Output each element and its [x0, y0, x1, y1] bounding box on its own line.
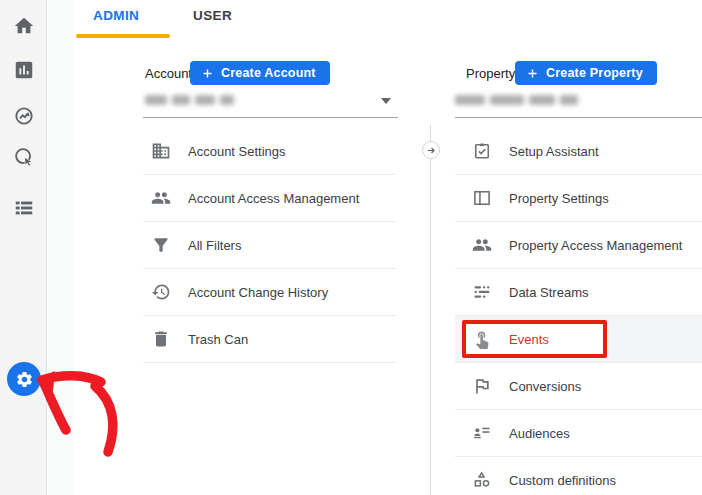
column-divider-line	[430, 125, 431, 495]
account-item-access-management[interactable]: Account Access Management	[143, 175, 396, 222]
account-name-blurred[interactable]	[145, 95, 234, 107]
item-label: Audiences	[509, 426, 570, 441]
account-heading: Account	[145, 66, 192, 81]
item-label: Account Change History	[188, 285, 328, 300]
people-icon	[151, 188, 171, 208]
item-label: Events	[509, 332, 549, 347]
tab-user[interactable]: USER	[193, 8, 232, 23]
property-item-audiences[interactable]: Audiences	[455, 410, 702, 457]
gear-icon	[15, 370, 34, 389]
touch-icon	[472, 329, 492, 349]
create-property-button[interactable]: Create Property	[515, 61, 657, 85]
property-selector-divider	[455, 117, 702, 118]
create-account-button[interactable]: Create Account	[190, 61, 330, 85]
home-icon[interactable]	[13, 15, 35, 37]
item-label: Custom definitions	[509, 473, 616, 488]
account-selector-caret-icon[interactable]	[381, 98, 391, 104]
item-label: Conversions	[509, 379, 581, 394]
active-tab-underline	[76, 34, 170, 38]
property-item-custom-definitions[interactable]: Custom definitions	[455, 457, 702, 495]
nav-gutter	[48, 0, 73, 495]
streams-icon	[472, 282, 492, 302]
explore-icon[interactable]	[13, 105, 35, 127]
flag-icon	[472, 376, 492, 396]
account-selector-divider	[143, 117, 398, 118]
tab-admin[interactable]: ADMIN	[93, 8, 139, 23]
layout-icon	[472, 188, 492, 208]
account-item-trash-can[interactable]: Trash Can	[143, 316, 396, 363]
clipboard-check-icon	[472, 141, 492, 161]
trash-icon	[151, 329, 171, 349]
property-item-settings[interactable]: Property Settings	[455, 175, 702, 222]
plus-icon	[526, 67, 539, 80]
admin-menu-icon[interactable]	[13, 197, 35, 219]
property-item-data-streams[interactable]: Data Streams	[455, 269, 702, 316]
item-label: Setup Assistant	[509, 144, 599, 159]
property-name-blurred[interactable]	[455, 95, 578, 107]
create-property-label: Create Property	[546, 66, 643, 80]
item-label: Data Streams	[509, 285, 588, 300]
property-heading: Property	[466, 66, 515, 81]
settings-gear-button[interactable]	[7, 362, 41, 396]
shapes-icon	[472, 470, 492, 490]
account-item-all-filters[interactable]: All Filters	[143, 222, 396, 269]
reports-icon[interactable]	[13, 59, 35, 81]
item-label: Account Access Management	[188, 191, 359, 206]
item-label: Account Settings	[188, 144, 286, 159]
person-list-icon	[472, 423, 492, 443]
people-icon	[472, 235, 492, 255]
plus-icon	[201, 67, 214, 80]
item-label: All Filters	[188, 238, 241, 253]
advertising-icon[interactable]	[13, 146, 35, 168]
item-label: Property Settings	[509, 191, 609, 206]
property-item-setup-assistant[interactable]: Setup Assistant	[455, 128, 702, 175]
account-item-settings[interactable]: Account Settings	[143, 128, 396, 175]
ga-admin-page: ADMIN USER Account Create Account Proper…	[0, 0, 702, 495]
account-item-change-history[interactable]: Account Change History	[143, 269, 396, 316]
history-icon	[151, 282, 171, 302]
create-account-label: Create Account	[221, 66, 316, 80]
property-item-conversions[interactable]: Conversions	[455, 363, 702, 410]
item-label: Property Access Management	[509, 238, 682, 253]
filter-icon	[151, 235, 171, 255]
expand-column-button[interactable]	[422, 141, 440, 159]
arrow-right-icon	[426, 145, 437, 156]
building-icon	[151, 141, 171, 161]
item-label: Trash Can	[188, 332, 248, 347]
property-item-access-management[interactable]: Property Access Management	[455, 222, 702, 269]
